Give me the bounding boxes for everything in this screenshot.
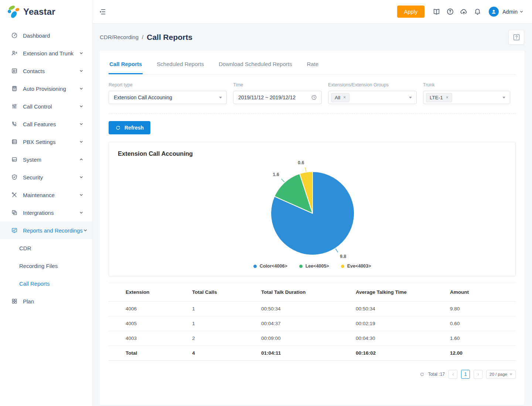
sidebar-item-security[interactable]: Security [0,168,92,186]
apply-button[interactable]: Apply [397,6,424,18]
sidebar-item-intergrations[interactable]: Intergrations [0,204,92,221]
prev-page-button[interactable] [449,370,457,379]
trunk-label: Trunk [423,82,510,87]
column-header: Total Calls [192,283,261,302]
manual-book-icon[interactable] [433,8,440,16]
table-row: 4003200:09:0000:04:301.60 [109,331,516,346]
time-range-input[interactable]: 2019/11/12 ~ 2019/12/12 [233,91,322,104]
sidebar-menu: DashboardExtension and TrunkContactsAuto… [0,24,92,310]
filter-trunk: Trunk LTE-1 × [423,82,510,104]
sidebar-item-plan[interactable]: Plan [0,292,92,310]
sidebar-subitem-call-reports[interactable]: Call Reports [0,275,92,292]
table-cell: 00:04:37 [261,316,356,331]
table-row: 4006100:50:3400:50:349.80 [109,302,516,316]
legend-item-2[interactable]: Eve<4003> [341,264,371,269]
table-cell: 00:09:00 [261,331,356,346]
cloud-upload-icon[interactable] [460,8,468,16]
sidebar-item-call-control[interactable]: Call Control [0,97,92,115]
legend-label: Lee<4005> [306,264,329,269]
filter-time: Time 2019/11/12 ~ 2019/12/12 [233,82,322,104]
sidebar-item-auto-provisioning[interactable]: Auto Provisioning [0,80,92,97]
sidebar-item-reports-and-recordings[interactable]: Reports and Recordings [0,221,92,239]
pagination-total: Total :17 [428,372,445,377]
sidebar-item-maintenance[interactable]: Maintenance [0,186,92,204]
tag-close-icon[interactable]: × [343,95,346,100]
sidebar-item-extension-and-trunk[interactable]: Extension and Trunk [0,44,92,62]
sidebar-item-label: Intergrations [23,210,54,216]
reports-recordings-icon [11,227,18,234]
contacts-icon [11,68,18,74]
sidebar-subitem-cdr[interactable]: CDR [0,239,92,257]
extensions-label: Extensions/Extension Groups [328,82,417,87]
dashboard-icon [11,32,18,39]
table-row: 4005100:04:3700:02:190.60 [109,316,516,331]
chevron-right-icon [476,372,480,376]
help-circle-icon[interactable] [446,8,454,16]
sidebar-item-dashboard[interactable]: Dashboard [0,27,92,44]
table-cell: 00:50:34 [356,302,450,316]
page-size-select[interactable]: 20 / page [486,370,516,379]
clock-icon [311,94,317,100]
sidebar-item-call-features[interactable]: Call Features [0,115,92,133]
tab-scheduled-reports[interactable]: Scheduled Reports [156,51,205,74]
pie-label-line-2 [305,168,306,172]
sidebar-item-label: Contacts [23,68,45,74]
report-type-select[interactable]: Extension Call Accouning [109,91,227,104]
sidebar-item-contacts[interactable]: Contacts [0,62,92,80]
call-control-icon [11,103,18,110]
legend-item-0[interactable]: Color<4006> [253,264,287,269]
sidebar-fold-icon[interactable] [98,8,106,16]
time-label: Time [233,82,322,87]
table-cell: 12.00 [450,346,516,361]
table-cell: 1 [192,302,261,316]
sidebar-item-label: Auto Provisioning [23,86,66,92]
table-cell: 9.80 [450,302,516,316]
table-cell: 00:50:34 [261,302,356,316]
page-size-value: 20 / page [490,372,507,376]
chevron-down-icon [79,86,84,91]
tag-close-icon[interactable]: × [446,95,449,100]
sidebar-item-label: Call Reports [19,281,50,287]
chevron-down-icon [509,374,512,375]
sidebar-item-label: Recording Files [19,263,58,269]
pie-chart-svg: 9.81.60.6 [233,157,392,262]
extension-trunk-icon [11,50,18,56]
pagination-refresh-icon[interactable] [420,372,424,377]
brand-logo: Yeastar [0,0,92,24]
sidebar-item-pbx-settings[interactable]: PBX Settings [0,133,92,151]
next-page-button[interactable] [474,370,482,379]
breadcrumb-separator: / [142,34,143,40]
refresh-button[interactable]: Refresh [109,121,150,134]
sidebar-item-system[interactable]: System [0,151,92,168]
trunk-select[interactable]: LTE-1 × [423,91,510,104]
help-guide-button[interactable] [508,30,524,45]
notification-bell-icon[interactable] [474,8,481,16]
extensions-select[interactable]: All × [328,91,417,104]
table-cell: 01:04:11 [261,346,356,361]
breadcrumb-parent[interactable]: CDR/Recording [100,34,139,40]
tab-call-reports[interactable]: Call Reports [109,51,143,74]
page-title: Call Reports [147,33,192,42]
brand-name: Yeastar [23,7,55,17]
tab-bar: Call ReportsScheduled ReportsDownload Sc… [109,51,516,75]
admin-menu[interactable]: Admin [502,9,518,15]
legend-label: Color<4006> [260,264,287,269]
table-cell: 4003 [109,331,192,346]
pbx-settings-icon [11,138,18,145]
tab-download-scheduled-reports[interactable]: Download Scheduled Reports [218,51,293,74]
chart-legend: Color<4006>Lee<4005>Eve<4003> [118,264,507,269]
user-avatar[interactable] [489,7,499,17]
extensions-tag-label: All [335,95,340,100]
legend-dot [299,265,303,268]
legend-label: Eve<4003> [347,264,371,269]
sidebar-item-label: Call Control [23,103,52,110]
table-total-row: Total401:04:1100:16:0212.00 [109,346,516,361]
legend-item-1[interactable]: Lee<4005> [299,264,329,269]
tab-rate[interactable]: Rate [306,51,319,74]
column-header: Total Talk Duration [261,283,356,302]
sidebar-subitem-recording-files[interactable]: Recording Files [0,257,92,275]
filter-row: Report type Extension Call Accouning Tim… [109,82,516,104]
chevron-down-icon [502,97,505,99]
table-cell: Total [109,346,192,361]
page-number-button[interactable]: 1 [461,370,470,379]
